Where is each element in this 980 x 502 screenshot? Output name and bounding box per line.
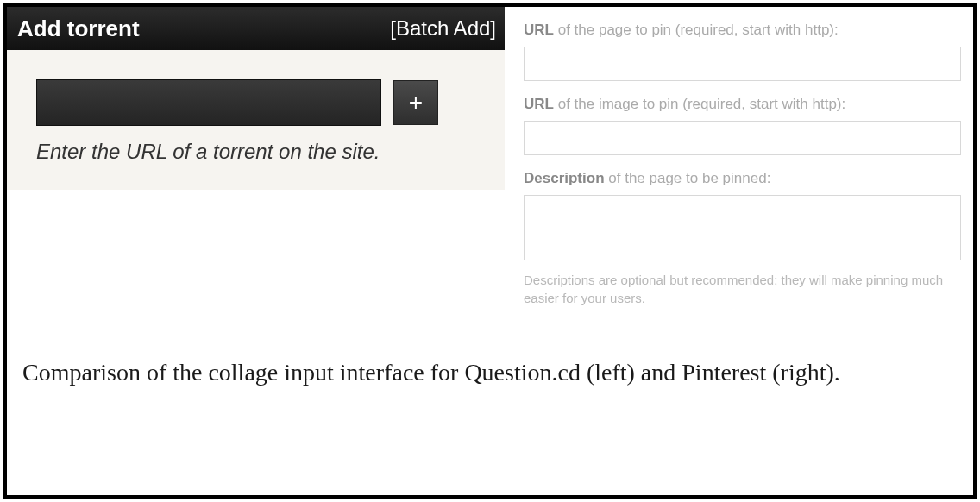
url-image-label-bold: URL: [524, 96, 554, 112]
description-label-rest: of the page to be pinned:: [605, 170, 771, 186]
batch-add-link[interactable]: [Batch Add]: [390, 16, 496, 41]
description-label-bold: Description: [524, 170, 605, 186]
description-label: Description of the page to be pinned:: [524, 169, 961, 188]
right-panel-pinterest: URL of the page to pin (required, start …: [505, 7, 973, 329]
url-image-label-rest: of the image to pin (required, start wit…: [554, 96, 845, 112]
left-header: Add torrent [Batch Add]: [7, 7, 505, 50]
add-torrent-title: Add torrent: [17, 16, 140, 42]
url-page-label-rest: of the page to pin (required, start with…: [554, 22, 839, 38]
url-page-input[interactable]: [524, 47, 961, 81]
panels-row: Add torrent [Batch Add] + Enter the URL …: [7, 7, 973, 329]
add-button[interactable]: +: [393, 80, 438, 125]
url-page-block: URL of the page to pin (required, start …: [524, 21, 961, 81]
left-panel-questioncd: Add torrent [Batch Add] + Enter the URL …: [7, 7, 505, 190]
url-image-block: URL of the image to pin (required, start…: [524, 95, 961, 155]
left-body: + Enter the URL of a torrent on the site…: [7, 50, 505, 190]
url-image-input[interactable]: [524, 121, 961, 155]
description-textarea[interactable]: [524, 195, 961, 260]
comparison-frame: Add torrent [Batch Add] + Enter the URL …: [3, 3, 977, 499]
url-page-label-bold: URL: [524, 22, 554, 38]
description-hint: Descriptions are optional but recommende…: [524, 272, 961, 307]
plus-icon: +: [409, 89, 423, 116]
torrent-url-hint: Enter the URL of a torrent on the site.: [36, 138, 486, 166]
torrent-url-input[interactable]: [36, 79, 381, 126]
url-page-label: URL of the page to pin (required, start …: [524, 21, 961, 40]
url-image-label: URL of the image to pin (required, start…: [524, 95, 961, 114]
description-block: Description of the page to be pinned: De…: [524, 169, 961, 307]
figure-caption: Comparison of the collage input interfac…: [7, 329, 973, 389]
torrent-input-row: +: [36, 79, 486, 126]
